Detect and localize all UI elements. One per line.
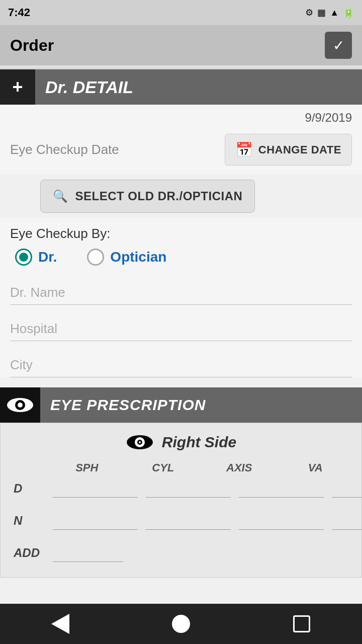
n-axis-input[interactable]	[239, 512, 324, 530]
nav-recents-button[interactable]	[287, 609, 317, 639]
radio-optician[interactable]: Optician	[87, 249, 166, 266]
sim-icon: ▦	[317, 7, 326, 18]
battery-icon: 🔋	[343, 7, 354, 18]
settings-icon: ⚙	[305, 7, 313, 18]
hospital-field	[10, 310, 352, 341]
select-old-dr-button[interactable]: 🔍 SELECT OLD DR./OPTICIAN	[40, 180, 255, 213]
hospital-input[interactable]	[10, 321, 352, 337]
dr-name-field	[10, 274, 352, 305]
n-sph-input[interactable]	[53, 512, 138, 530]
eye-prescription-title: EYE PRESCRIPTION	[50, 396, 206, 414]
d-cyl-input[interactable]	[146, 479, 231, 498]
eye-checkup-by-label: Eye Checkup By:	[0, 218, 362, 244]
dr-form-section	[0, 274, 362, 377]
radio-dr[interactable]: Dr.	[15, 249, 57, 266]
n-cyl-input[interactable]	[146, 512, 231, 530]
date-display: 9/9/2019	[305, 111, 352, 125]
svg-point-6	[139, 441, 141, 443]
back-icon	[51, 614, 69, 634]
nav-back-button[interactable]	[45, 609, 75, 639]
n-va-input[interactable]	[332, 512, 362, 530]
date-row: 9/9/2019	[0, 105, 362, 125]
status-time: 7:42	[8, 6, 30, 19]
eye-prescription-title-bar: EYE PRESCRIPTION	[40, 387, 362, 423]
radio-dr-circle[interactable]	[15, 249, 32, 266]
d-axis-input[interactable]	[239, 479, 324, 498]
row-add-label: ADD	[14, 546, 49, 562]
bottom-nav	[0, 604, 362, 644]
table-row-d: D	[9, 479, 353, 498]
radio-optician-circle[interactable]	[87, 249, 104, 266]
radio-optician-label: Optician	[110, 249, 166, 265]
nav-home-button[interactable]	[166, 609, 196, 639]
header-empty	[14, 461, 49, 474]
d-va-input[interactable]	[332, 479, 362, 498]
col-va: VA	[278, 461, 354, 474]
eye-svg-icon	[6, 396, 34, 414]
eye-checkup-row: Eye Checkup Date 📅 CHANGE DATE	[0, 125, 362, 175]
plus-icon: +	[12, 76, 23, 98]
change-date-button[interactable]: 📅 CHANGE DATE	[225, 134, 352, 166]
col-sph: SPH	[49, 461, 125, 474]
table-row-add: ADD	[9, 544, 353, 562]
confirm-button[interactable]: ✓	[325, 32, 352, 59]
table-header: SPH CYL AXIS VA	[9, 461, 353, 474]
signal-icon: ▲	[330, 8, 339, 18]
checkmark-icon: ✓	[333, 37, 344, 54]
right-side-header: Right Side	[9, 433, 353, 451]
search-icon: 🔍	[53, 189, 68, 203]
add-input[interactable]	[53, 544, 123, 562]
scroll-indicator	[0, 65, 362, 69]
eye-checkup-date-label: Eye Checkup Date	[10, 142, 119, 157]
eye-prescription-header: EYE PRESCRIPTION	[0, 387, 362, 423]
app-bar-title: Order	[10, 36, 54, 55]
dr-name-input[interactable]	[10, 285, 352, 300]
svg-point-2	[18, 403, 23, 408]
right-side-label: Right Side	[162, 434, 236, 451]
status-bar: 7:42 ⚙ ▦ ▲ 🔋	[0, 0, 362, 25]
row-n-label: N	[14, 514, 49, 530]
app-bar: Order ✓	[0, 25, 362, 65]
dr-detail-section-header: + Dr. DETAIL	[0, 69, 362, 105]
radio-dr-label: Dr.	[38, 249, 57, 265]
city-input[interactable]	[10, 357, 352, 373]
table-row-n: N	[9, 512, 353, 530]
col-axis: AXIS	[201, 461, 278, 474]
dr-detail-title-bar: Dr. DETAIL	[35, 69, 362, 105]
col-cyl: CYL	[125, 461, 202, 474]
dr-detail-icon: +	[0, 69, 35, 105]
calendar-icon: 📅	[235, 141, 253, 158]
eye-checkup-by-radio-group: Dr. Optician	[0, 244, 362, 274]
row-d-label: D	[14, 481, 49, 498]
prescription-table: Right Side SPH CYL AXIS VA D N ADD	[0, 423, 362, 578]
recents-icon	[293, 615, 310, 632]
eye-prescription-icon	[0, 387, 40, 423]
change-date-label: CHANGE DATE	[258, 143, 341, 156]
status-icons: ⚙ ▦ ▲ 🔋	[305, 7, 354, 18]
dr-detail-title: Dr. DETAIL	[45, 77, 133, 97]
home-icon	[172, 615, 190, 633]
select-old-dr-label: SELECT OLD DR./OPTICIAN	[75, 189, 243, 203]
right-side-eye-icon	[126, 433, 154, 451]
city-field	[10, 346, 352, 377]
d-sph-input[interactable]	[53, 479, 138, 498]
